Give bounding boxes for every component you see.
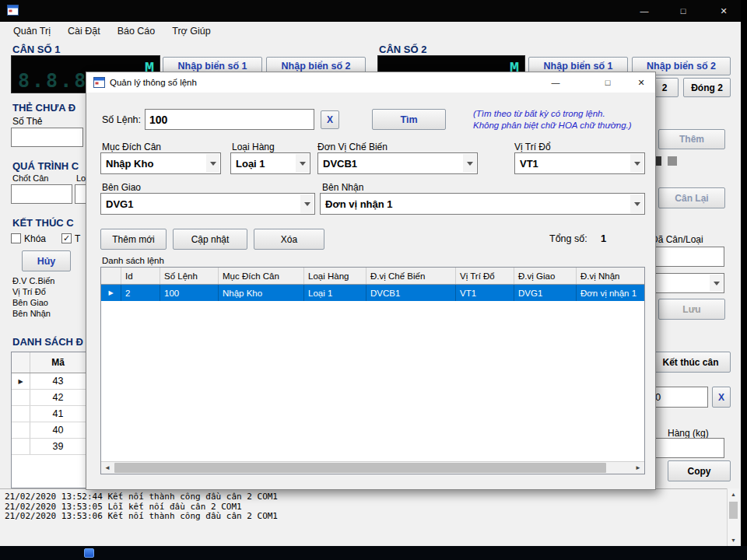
grid-header-loai-hang[interactable]: Loại Hàng	[304, 268, 366, 284]
grid-header-dvcb[interactable]: Đ.vị Chế Biến	[366, 268, 456, 284]
done-input[interactable]	[651, 247, 724, 267]
dvcb-combobox[interactable]: DVCB1	[317, 152, 478, 174]
scrollbar-thumb[interactable]	[729, 502, 738, 519]
add-new-button[interactable]: Thêm mới	[100, 229, 167, 250]
finish-section-title: KẾT THÚC C	[12, 217, 74, 229]
reweigh-button[interactable]: Cân Lại	[658, 187, 725, 208]
scroll-up-icon[interactable]: ▲	[728, 488, 739, 500]
log-vertical-scrollbar[interactable]: ▲ ▼	[727, 488, 739, 546]
list-section-title: DANH SÁCH Đ	[12, 336, 83, 348]
cell-dv-giao: DVG1	[514, 285, 577, 301]
table-row[interactable]: ▶ 43	[12, 373, 86, 390]
scroll-right-icon[interactable]: ►	[632, 462, 644, 474]
add-button[interactable]: Thêm	[658, 129, 725, 149]
grid-header-vi-tri[interactable]: Vị Trí Đổ	[456, 268, 514, 284]
header-ma-cell[interactable]: Mã	[30, 352, 86, 373]
vi-tri-combobox[interactable]: VT1	[514, 152, 645, 174]
search-hint-line1: (Tìm theo từ bất kỳ có trong lệnh.	[473, 109, 605, 118]
chevron-down-icon	[463, 154, 476, 173]
cell-vi-tri: VT1	[456, 285, 514, 301]
window-close-button[interactable]: ✕	[707, 0, 741, 22]
clear-search-button[interactable]: X	[321, 110, 339, 129]
update-button[interactable]: Cập nhật	[173, 229, 247, 250]
search-hint-line2: Không phân biệt chữ HOA chữ thường.)	[473, 121, 632, 130]
scale2-close-button[interactable]: Đóng 2	[683, 78, 731, 97]
grid-header-id[interactable]: Id	[121, 268, 160, 284]
grid-header-dv-nhan[interactable]: Đ.vị Nhận	[577, 268, 644, 284]
taskbar[interactable]	[0, 546, 747, 560]
save-button[interactable]: Lưu	[658, 299, 725, 320]
menu-cai-dat[interactable]: Cài Đặt	[59, 23, 109, 40]
khoa-checkbox[interactable]	[11, 233, 21, 243]
menu-bao-cao[interactable]: Báo Cáo	[109, 23, 164, 40]
delete-button[interactable]: Xóa	[254, 229, 324, 250]
chot-can-input[interactable]	[11, 184, 72, 204]
muc-dich-combobox[interactable]: Nhập Kho	[100, 152, 221, 174]
table-row[interactable]: 40	[12, 422, 86, 439]
card-section-title: THẺ CHƯA Đ	[12, 102, 75, 114]
row-ma-cell: 41	[30, 406, 86, 422]
grid-horizontal-scrollbar[interactable]: ◄ ►	[101, 461, 644, 474]
vitri-summary-label: Vị Trí Đổ	[12, 287, 46, 296]
chevron-down-icon	[710, 275, 723, 292]
cancel-button[interactable]: Hủy	[22, 250, 71, 271]
copy-button[interactable]: Copy	[668, 460, 731, 481]
scroll-left-icon[interactable]: ◄	[101, 462, 114, 474]
dialog-maximize-button[interactable]: □	[596, 72, 619, 93]
combobox-value: Loại 1	[236, 158, 265, 170]
khoa-checkbox-label: Khóa	[24, 233, 46, 244]
loai-hang-label: Loại Hàng	[232, 142, 275, 152]
scale1-title: CÂN SỐ 1	[12, 44, 60, 55]
dialog-close-button[interactable]: ✕	[630, 72, 653, 93]
cell-muc-dich: Nhập Kho	[219, 285, 304, 301]
desktop: — □ ✕ Quản Trị Cài Đặt Báo Cáo Trợ Giúp …	[0, 0, 747, 560]
orders-grid: Id Số Lệnh Mục Đích Cân Loại Hàng Đ.vị C…	[100, 267, 645, 474]
grid-header-dv-giao[interactable]: Đ.vị Giao	[514, 268, 577, 284]
ben-giao-combobox[interactable]: DVG1	[100, 193, 315, 215]
done-combobox[interactable]	[651, 273, 724, 293]
card-list-header[interactable]: Mã	[12, 352, 86, 373]
cell-so-lenh: 100	[160, 285, 219, 301]
grid-header-so-lenh[interactable]: Số Lệnh	[160, 268, 219, 284]
scrollbar-thumb[interactable]	[114, 463, 606, 473]
taskbar-app-icon[interactable]	[84, 548, 94, 558]
finish-weigh-button[interactable]: Kết thúc cân	[651, 352, 731, 373]
dvcb-label: Đơn Vị Chế Biến	[317, 142, 388, 152]
row-selector-icon: ▶	[12, 373, 30, 389]
window-maximize-button[interactable]: □	[666, 0, 700, 22]
ben-nhan-combobox[interactable]: Đơn vị nhận 1	[320, 193, 645, 215]
grid-header-muc-dich[interactable]: Mục Đích Cân	[219, 268, 304, 284]
scroll-down-icon[interactable]: ▼	[728, 534, 739, 546]
table-row[interactable]: 39	[12, 439, 86, 455]
connection-log[interactable]: 21/02/2020 13:52:44 Kết nối thành công đ…	[0, 488, 727, 546]
loai-hang-combobox[interactable]: Loại 1	[230, 152, 310, 174]
so-lenh-label: Số Lệnh:	[102, 114, 141, 125]
find-button[interactable]: Tìm	[372, 109, 446, 130]
loai-label: Lo	[76, 173, 86, 183]
card-number-input[interactable]	[11, 128, 83, 147]
table-row[interactable]: 42	[12, 390, 86, 406]
row-ma-cell: 40	[30, 422, 86, 438]
total-label: Tổng số:	[549, 233, 587, 244]
table-row[interactable]: 41	[12, 406, 86, 422]
grid-row-selected[interactable]: ▶ 2 100 Nhập Kho Loại 1 DVCB1 VT1 DVG1 Đ…	[101, 285, 644, 301]
combobox-value: DVG1	[106, 198, 133, 210]
dialog-minimize-button[interactable]: —	[544, 72, 567, 93]
row-ma-cell: 39	[30, 439, 86, 454]
scale2-title: CÂN SỐ 2	[379, 44, 426, 55]
combobox-value: DVCB1	[323, 158, 357, 170]
row-selector-cell	[12, 406, 30, 422]
menu-quan-tri[interactable]: Quản Trị	[5, 23, 59, 40]
menu-tro-giup[interactable]: Trợ Giúp	[163, 23, 219, 40]
so-lenh-input[interactable]	[145, 109, 314, 130]
grid-caption: Danh sách lệnh	[102, 256, 164, 265]
total-value: 1	[601, 233, 606, 244]
window-minimize-button[interactable]: —	[627, 0, 661, 22]
t-checkbox[interactable]: ✓	[61, 233, 72, 243]
clear-zero-button[interactable]: X	[712, 387, 731, 408]
zero-input[interactable]	[651, 387, 708, 408]
main-titlebar[interactable]: — □ ✕	[0, 0, 741, 22]
muc-dich-label: Mục Đích Cân	[102, 142, 161, 152]
weight-input[interactable]	[651, 438, 724, 458]
dialog-titlebar[interactable]: Quản lý thông số lệnh — □ ✕	[86, 72, 655, 93]
